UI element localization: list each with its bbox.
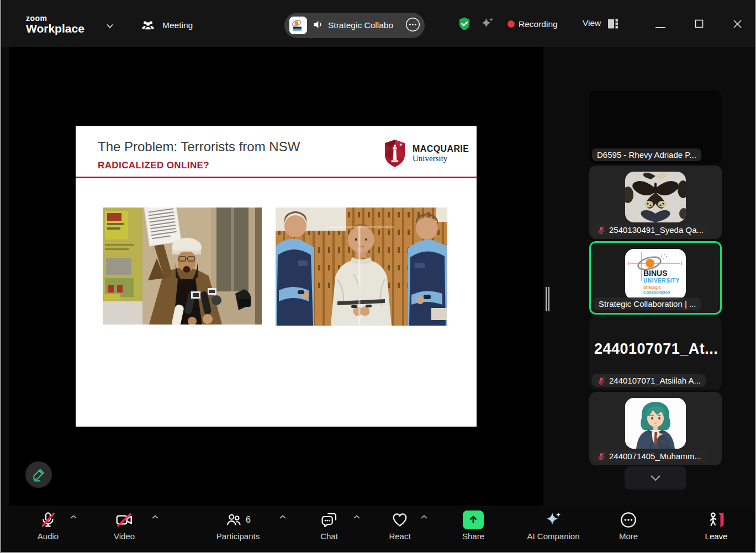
participant-tile-1[interactable]: D6595 - Rhevy Adriade P... bbox=[589, 91, 722, 164]
mic-muted-icon bbox=[597, 452, 606, 461]
photo-press-conference bbox=[103, 208, 262, 325]
chat-button[interactable]: Chat bbox=[305, 510, 353, 541]
view-label[interactable]: View bbox=[583, 18, 601, 28]
participant-name-badge: 2440071405_Muhamm... bbox=[592, 450, 706, 462]
participants-scroll-down-button[interactable] bbox=[625, 466, 686, 490]
audio-options-chevron[interactable] bbox=[70, 512, 77, 522]
ai-companion-icon bbox=[516, 510, 590, 530]
workspace-chevron-down-icon[interactable] bbox=[105, 21, 115, 33]
minimize-button[interactable] bbox=[654, 22, 667, 32]
participant-display-name-large: 2440107071_At... bbox=[594, 341, 719, 358]
recording-dot-icon bbox=[507, 20, 515, 28]
panel-resize-handle[interactable] bbox=[546, 287, 549, 311]
participants-count: 6 bbox=[246, 515, 251, 525]
participant-name-badge: 2440107071_Atsiilah A... bbox=[592, 374, 706, 387]
react-button[interactable]: React bbox=[376, 510, 424, 541]
participant-tile-3-active-speaker[interactable]: BINUS UNIVERSITY Strategic Collaboration… bbox=[589, 241, 722, 315]
participant-tile-5[interactable]: 2440071405_Muhamm... bbox=[589, 392, 722, 465]
sparkle-icon[interactable] bbox=[479, 16, 495, 34]
video-button[interactable]: Video bbox=[99, 510, 149, 541]
recording-label: Recording bbox=[519, 19, 558, 29]
macquarie-word: University bbox=[413, 154, 469, 163]
svg-text:UNIVERSITY: UNIVERSITY bbox=[643, 278, 680, 284]
svg-text:Strategic: Strategic bbox=[643, 285, 661, 290]
leave-icon bbox=[694, 510, 738, 530]
security-shield-icon[interactable] bbox=[457, 17, 472, 34]
participant-tile-2[interactable]: 2540130491_Syeda Qa... bbox=[589, 166, 722, 239]
svg-text:BINUS: BINUS bbox=[643, 269, 668, 278]
mic-muted-icon bbox=[597, 226, 606, 235]
participants-icon bbox=[225, 512, 242, 528]
shared-app-thumbnail bbox=[289, 17, 307, 34]
zoom-workplace-logo: zoom Workplace bbox=[26, 14, 84, 35]
close-button[interactable] bbox=[732, 19, 743, 31]
share-icon bbox=[451, 510, 495, 530]
macquarie-shield-icon bbox=[384, 139, 406, 168]
svg-text:Collaboration: Collaboration bbox=[643, 290, 670, 295]
chevron-down-icon bbox=[649, 474, 662, 482]
mic-muted-icon bbox=[23, 510, 73, 530]
meeting-people-icon bbox=[141, 18, 155, 35]
leave-button[interactable]: Leave bbox=[694, 510, 738, 541]
photo-courtroom bbox=[276, 208, 447, 326]
slide-divider-line bbox=[76, 177, 477, 178]
participants-button[interactable]: 6 Participants bbox=[204, 510, 272, 541]
participants-options-chevron[interactable] bbox=[279, 512, 287, 522]
react-heart-icon bbox=[376, 510, 424, 530]
avatar: BINUS UNIVERSITY Strategic Collaboration bbox=[625, 249, 686, 300]
zoom-meeting-window: zoom Workplace Meeting bbox=[0, 0, 756, 553]
avatar bbox=[625, 172, 686, 222]
tab-meeting[interactable]: Meeting bbox=[162, 20, 193, 30]
more-icon bbox=[606, 510, 651, 530]
react-options-chevron[interactable] bbox=[420, 512, 428, 522]
share-button[interactable]: Share bbox=[451, 510, 495, 541]
camera-muted-icon bbox=[99, 510, 149, 530]
speaker-icon bbox=[312, 19, 324, 33]
more-button[interactable]: More bbox=[606, 510, 651, 541]
annotate-pencil-icon bbox=[31, 467, 46, 482]
view-layout-icon[interactable] bbox=[607, 18, 619, 32]
meeting-toolbar: Audio Video bbox=[1, 506, 755, 552]
top-bar: zoom Workplace Meeting bbox=[1, 0, 755, 47]
maximize-button[interactable] bbox=[694, 19, 704, 31]
macquarie-logo: MACQUARIE University bbox=[384, 139, 469, 168]
slide-subtitle: RADICALIZED ONLINE? bbox=[98, 160, 209, 171]
avatar bbox=[625, 398, 686, 449]
chat-icon bbox=[305, 510, 353, 530]
logo-text-zoom: zoom bbox=[26, 14, 84, 22]
macquarie-name: MACQUARIE bbox=[413, 144, 469, 154]
audio-button[interactable]: Audio bbox=[23, 510, 73, 541]
chat-options-chevron[interactable] bbox=[353, 512, 361, 522]
video-options-chevron[interactable] bbox=[151, 512, 159, 522]
mic-muted-icon bbox=[597, 376, 606, 385]
annotate-button[interactable] bbox=[25, 461, 52, 488]
slide-title: The Problem: Terrorists from NSW bbox=[98, 139, 300, 155]
participant-tile-4[interactable]: 2440107071_At... 2440107071_Atsiilah A..… bbox=[589, 316, 722, 390]
shared-app-label: Strategic Collabo bbox=[328, 20, 393, 30]
participant-name-badge: Strategic Collaboration | ... bbox=[594, 297, 701, 310]
participant-name-badge: 2540130491_Syeda Qa... bbox=[592, 224, 709, 236]
more-options-icon[interactable] bbox=[405, 17, 420, 34]
logo-text-workplace: Workplace bbox=[26, 22, 84, 35]
ai-companion-button[interactable]: AI Companion bbox=[516, 510, 590, 541]
shared-app-pill[interactable]: Strategic Collabo bbox=[284, 13, 425, 38]
participant-name-badge: D6595 - Rhevy Adriade P... bbox=[592, 148, 701, 161]
presentation-slide: The Problem: Terrorists from NSW RADICAL… bbox=[76, 126, 477, 427]
